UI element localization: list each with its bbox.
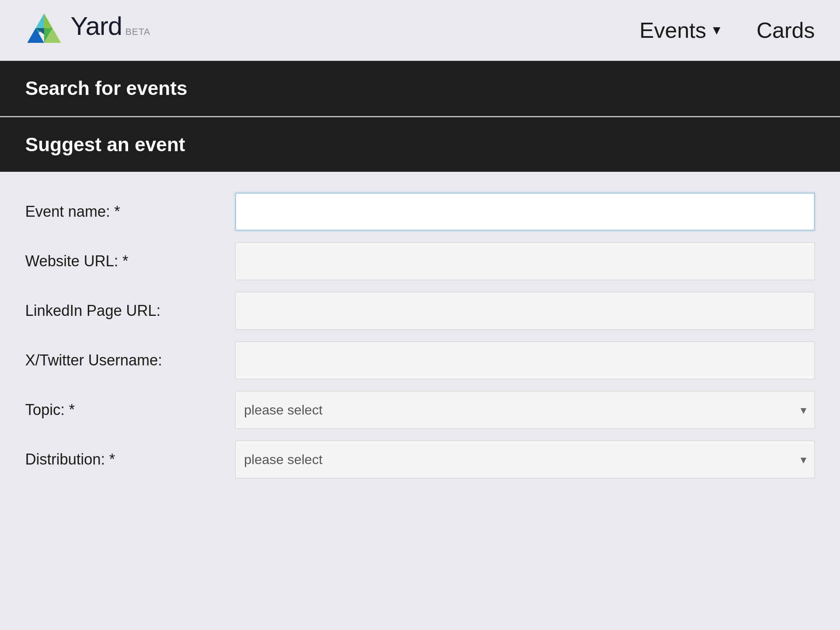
nav-cards[interactable]: Cards	[756, 18, 815, 43]
form-row-website-url: Website URL: *	[25, 242, 815, 280]
form-row-distribution: Distribution: * please select ▾	[25, 441, 815, 478]
nav-cards-label: Cards	[756, 18, 815, 43]
nav-area: Events ▼ Cards	[640, 18, 815, 43]
events-dropdown-arrow: ▼	[711, 23, 723, 37]
svg-marker-0	[36, 13, 44, 28]
logo-text-group: Yard BETA	[71, 11, 150, 50]
logo-area: Yard BETA	[25, 11, 150, 50]
form-row-linkedin-url: LinkedIn Page URL:	[25, 292, 815, 330]
logo-name: Yard	[71, 11, 122, 41]
distribution-label: Distribution: *	[25, 451, 235, 468]
twitter-label: X/Twitter Username:	[25, 352, 235, 369]
header: Yard BETA Events ▼ Cards	[0, 0, 840, 61]
beta-badge: BETA	[125, 26, 150, 37]
suggest-banner-title: Suggest an event	[25, 133, 815, 156]
nav-events-label: Events	[640, 18, 706, 43]
website-url-input[interactable]	[235, 242, 815, 280]
nav-events[interactable]: Events ▼	[640, 18, 723, 43]
twitter-input[interactable]	[235, 341, 815, 379]
distribution-select[interactable]: please select	[235, 441, 815, 478]
topic-label: Topic: *	[25, 401, 235, 419]
svg-marker-3	[44, 13, 52, 28]
form-row-topic: Topic: * please select ▾	[25, 391, 815, 429]
yard-logo-icon	[25, 11, 63, 49]
distribution-select-wrapper: please select ▾	[235, 441, 815, 478]
form-area: Event name: * Website URL: * LinkedIn Pa…	[0, 172, 840, 511]
search-banner-title: Search for events	[25, 77, 815, 100]
website-url-label: Website URL: *	[25, 252, 235, 270]
form-row-event-name: Event name: *	[25, 193, 815, 231]
linkedin-url-label: LinkedIn Page URL:	[25, 302, 235, 320]
search-banner[interactable]: Search for events	[0, 61, 840, 116]
topic-select[interactable]: please select	[235, 391, 815, 429]
linkedin-url-input[interactable]	[235, 292, 815, 330]
event-name-input[interactable]	[235, 193, 815, 231]
suggest-banner: Suggest an event	[0, 117, 840, 172]
form-row-twitter: X/Twitter Username:	[25, 341, 815, 379]
event-name-label: Event name: *	[25, 203, 235, 220]
topic-select-wrapper: please select ▾	[235, 391, 815, 429]
